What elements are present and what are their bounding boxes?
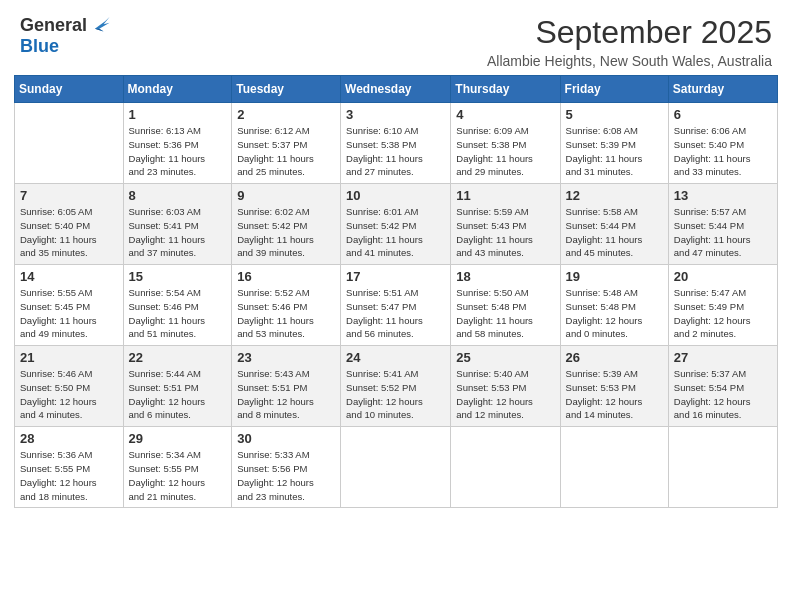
day-info: Sunrise: 5:54 AMSunset: 5:46 PMDaylight:… [129,286,227,341]
day-info: Sunrise: 5:50 AMSunset: 5:48 PMDaylight:… [456,286,554,341]
calendar-cell: 18Sunrise: 5:50 AMSunset: 5:48 PMDayligh… [451,265,560,346]
day-number: 8 [129,188,227,203]
day-number: 4 [456,107,554,122]
calendar-cell: 21Sunrise: 5:46 AMSunset: 5:50 PMDayligh… [15,346,124,427]
logo: General Blue [20,14,111,57]
calendar-cell: 9Sunrise: 6:02 AMSunset: 5:42 PMDaylight… [232,184,341,265]
day-number: 13 [674,188,772,203]
day-info: Sunrise: 6:06 AMSunset: 5:40 PMDaylight:… [674,124,772,179]
day-number: 25 [456,350,554,365]
day-number: 10 [346,188,445,203]
calendar-cell [451,427,560,508]
calendar-cell [560,427,668,508]
location: Allambie Heights, New South Wales, Austr… [487,53,772,69]
day-header-friday: Friday [560,76,668,103]
day-number: 15 [129,269,227,284]
month-title: September 2025 [487,14,772,51]
calendar-week-row: 7Sunrise: 6:05 AMSunset: 5:40 PMDaylight… [15,184,778,265]
day-info: Sunrise: 5:48 AMSunset: 5:48 PMDaylight:… [566,286,663,341]
day-info: Sunrise: 5:59 AMSunset: 5:43 PMDaylight:… [456,205,554,260]
calendar-cell: 23Sunrise: 5:43 AMSunset: 5:51 PMDayligh… [232,346,341,427]
day-number: 18 [456,269,554,284]
calendar-cell: 11Sunrise: 5:59 AMSunset: 5:43 PMDayligh… [451,184,560,265]
svg-marker-0 [95,17,110,32]
day-info: Sunrise: 6:08 AMSunset: 5:39 PMDaylight:… [566,124,663,179]
calendar-cell: 6Sunrise: 6:06 AMSunset: 5:40 PMDaylight… [668,103,777,184]
calendar-container: SundayMondayTuesdayWednesdayThursdayFrid… [0,75,792,612]
day-info: Sunrise: 6:01 AMSunset: 5:42 PMDaylight:… [346,205,445,260]
day-number: 5 [566,107,663,122]
calendar-cell: 15Sunrise: 5:54 AMSunset: 5:46 PMDayligh… [123,265,232,346]
day-info: Sunrise: 5:33 AMSunset: 5:56 PMDaylight:… [237,448,335,503]
calendar-cell: 5Sunrise: 6:08 AMSunset: 5:39 PMDaylight… [560,103,668,184]
calendar-cell: 2Sunrise: 6:12 AMSunset: 5:37 PMDaylight… [232,103,341,184]
day-number: 23 [237,350,335,365]
day-header-wednesday: Wednesday [341,76,451,103]
calendar-cell [668,427,777,508]
day-info: Sunrise: 5:55 AMSunset: 5:45 PMDaylight:… [20,286,118,341]
day-number: 20 [674,269,772,284]
day-number: 17 [346,269,445,284]
calendar-cell: 3Sunrise: 6:10 AMSunset: 5:38 PMDaylight… [341,103,451,184]
day-info: Sunrise: 6:09 AMSunset: 5:38 PMDaylight:… [456,124,554,179]
logo-general-text: General [20,15,87,36]
calendar-cell: 20Sunrise: 5:47 AMSunset: 5:49 PMDayligh… [668,265,777,346]
day-number: 12 [566,188,663,203]
calendar-header-row: SundayMondayTuesdayWednesdayThursdayFrid… [15,76,778,103]
day-info: Sunrise: 6:02 AMSunset: 5:42 PMDaylight:… [237,205,335,260]
page: General Blue September 2025 Allambie Hei… [0,0,792,612]
calendar-cell: 25Sunrise: 5:40 AMSunset: 5:53 PMDayligh… [451,346,560,427]
calendar-cell: 7Sunrise: 6:05 AMSunset: 5:40 PMDaylight… [15,184,124,265]
day-info: Sunrise: 5:36 AMSunset: 5:55 PMDaylight:… [20,448,118,503]
day-info: Sunrise: 5:52 AMSunset: 5:46 PMDaylight:… [237,286,335,341]
day-info: Sunrise: 5:57 AMSunset: 5:44 PMDaylight:… [674,205,772,260]
calendar-week-row: 28Sunrise: 5:36 AMSunset: 5:55 PMDayligh… [15,427,778,508]
day-number: 6 [674,107,772,122]
day-number: 24 [346,350,445,365]
day-info: Sunrise: 5:43 AMSunset: 5:51 PMDaylight:… [237,367,335,422]
day-number: 29 [129,431,227,446]
calendar-cell: 27Sunrise: 5:37 AMSunset: 5:54 PMDayligh… [668,346,777,427]
calendar-week-row: 14Sunrise: 5:55 AMSunset: 5:45 PMDayligh… [15,265,778,346]
day-info: Sunrise: 5:34 AMSunset: 5:55 PMDaylight:… [129,448,227,503]
day-number: 3 [346,107,445,122]
day-info: Sunrise: 5:37 AMSunset: 5:54 PMDaylight:… [674,367,772,422]
day-number: 16 [237,269,335,284]
day-info: Sunrise: 6:12 AMSunset: 5:37 PMDaylight:… [237,124,335,179]
calendar-cell: 14Sunrise: 5:55 AMSunset: 5:45 PMDayligh… [15,265,124,346]
calendar-cell [15,103,124,184]
calendar-cell: 4Sunrise: 6:09 AMSunset: 5:38 PMDaylight… [451,103,560,184]
day-number: 30 [237,431,335,446]
day-number: 11 [456,188,554,203]
calendar-cell: 12Sunrise: 5:58 AMSunset: 5:44 PMDayligh… [560,184,668,265]
calendar-cell: 26Sunrise: 5:39 AMSunset: 5:53 PMDayligh… [560,346,668,427]
calendar-cell: 13Sunrise: 5:57 AMSunset: 5:44 PMDayligh… [668,184,777,265]
day-number: 9 [237,188,335,203]
title-section: September 2025 Allambie Heights, New Sou… [487,14,772,69]
day-number: 2 [237,107,335,122]
calendar-table: SundayMondayTuesdayWednesdayThursdayFrid… [14,75,778,508]
day-number: 1 [129,107,227,122]
calendar-week-row: 1Sunrise: 6:13 AMSunset: 5:36 PMDaylight… [15,103,778,184]
day-info: Sunrise: 6:13 AMSunset: 5:36 PMDaylight:… [129,124,227,179]
day-number: 26 [566,350,663,365]
calendar-cell: 1Sunrise: 6:13 AMSunset: 5:36 PMDaylight… [123,103,232,184]
calendar-cell: 17Sunrise: 5:51 AMSunset: 5:47 PMDayligh… [341,265,451,346]
calendar-cell: 28Sunrise: 5:36 AMSunset: 5:55 PMDayligh… [15,427,124,508]
header: General Blue September 2025 Allambie Hei… [0,0,792,75]
calendar-cell: 10Sunrise: 6:01 AMSunset: 5:42 PMDayligh… [341,184,451,265]
calendar-cell: 8Sunrise: 6:03 AMSunset: 5:41 PMDaylight… [123,184,232,265]
calendar-cell: 16Sunrise: 5:52 AMSunset: 5:46 PMDayligh… [232,265,341,346]
logo-bird-icon [89,14,111,36]
day-info: Sunrise: 6:03 AMSunset: 5:41 PMDaylight:… [129,205,227,260]
day-info: Sunrise: 5:39 AMSunset: 5:53 PMDaylight:… [566,367,663,422]
day-info: Sunrise: 5:41 AMSunset: 5:52 PMDaylight:… [346,367,445,422]
day-header-thursday: Thursday [451,76,560,103]
day-header-saturday: Saturday [668,76,777,103]
day-number: 22 [129,350,227,365]
day-info: Sunrise: 6:10 AMSunset: 5:38 PMDaylight:… [346,124,445,179]
day-number: 27 [674,350,772,365]
day-number: 28 [20,431,118,446]
calendar-cell [341,427,451,508]
day-number: 19 [566,269,663,284]
